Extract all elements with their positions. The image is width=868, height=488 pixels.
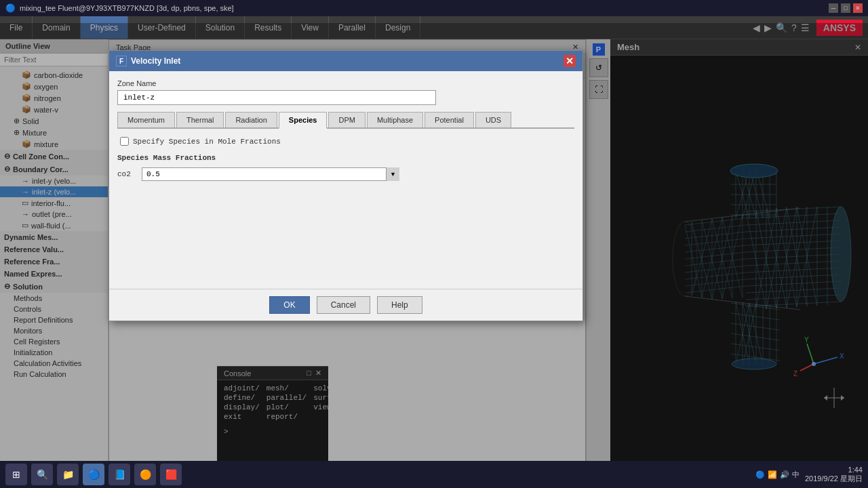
- dialog-title-left: F Velocity Inlet: [116, 56, 180, 66]
- tab-uds[interactable]: UDS: [475, 112, 511, 127]
- taskbar-app3[interactable]: 📘: [108, 464, 130, 485]
- help-button[interactable]: Help: [377, 296, 422, 314]
- species-co2-dropdown[interactable]: ▼: [386, 167, 399, 181]
- taskbar-lang: 中: [792, 470, 800, 480]
- time-display: 1:44: [805, 466, 863, 474]
- taskbar-start[interactable]: ⊞: [5, 464, 27, 485]
- mole-fractions-checkbox[interactable]: [120, 137, 129, 146]
- zone-name-label: Zone Name: [117, 79, 574, 87]
- taskbar-sys-icon3: 🔊: [780, 470, 789, 479]
- maximize-button[interactable]: □: [841, 3, 850, 13]
- dialog-title: Velocity Inlet: [131, 56, 180, 66]
- species-co2-input-wrapper: ▼: [142, 167, 399, 181]
- tab-multiphase[interactable]: Multiphase: [367, 112, 423, 127]
- zone-name-input[interactable]: [117, 90, 436, 105]
- title-bar-controls[interactable]: ─ □ ✕: [829, 3, 863, 13]
- velocity-inlet-dialog: F Velocity Inlet ✕ Zone Name Momentum Th…: [108, 50, 583, 321]
- taskbar: ⊞ 🔍 📁 🔵 📘 🟠 🟥 🔵 📶 🔊 中 1:44 2019/9/22 星期日: [0, 461, 868, 488]
- mole-fractions-checkbox-row: Specify Species in Mole Fractions: [117, 137, 574, 146]
- taskbar-left: ⊞ 🔍 📁 🔵 📘 🟠 🟥: [5, 464, 182, 485]
- tab-momentum[interactable]: Momentum: [117, 112, 175, 127]
- species-co2-row: co2 ▼: [117, 167, 574, 181]
- taskbar-right: 🔵 📶 🔊 中 1:44 2019/9/22 星期日: [755, 466, 863, 484]
- taskbar-sys-icon1: 🔵: [755, 470, 765, 479]
- dialog-icon: F: [116, 56, 127, 66]
- species-section-label: Species Mass Fractions: [117, 154, 574, 162]
- title-bar: 🔵 mixing_tee Fluent@9YJ93XTB977KNZD [3d,…: [0, 0, 868, 16]
- modal-overlay: F Velocity Inlet ✕ Zone Name Momentum Th…: [0, 23, 868, 461]
- date-display: 2019/9/22 星期日: [805, 474, 863, 484]
- tab-content-species: Specify Species in Mole Fractions Specie…: [117, 129, 574, 189]
- species-co2-input[interactable]: [142, 167, 399, 181]
- taskbar-file-explorer[interactable]: 📁: [57, 464, 79, 485]
- minimize-button[interactable]: ─: [829, 3, 838, 13]
- dialog-close-button[interactable]: ✕: [564, 55, 576, 67]
- taskbar-sys-icon2: 📶: [768, 470, 777, 479]
- species-co2-label: co2: [117, 170, 138, 178]
- tab-thermal[interactable]: Thermal: [176, 112, 224, 127]
- tab-potential[interactable]: Potential: [425, 112, 474, 127]
- taskbar-app5[interactable]: 🟥: [160, 464, 182, 485]
- dialog-tabs: Momentum Thermal Radiation Species DPM M…: [117, 112, 574, 129]
- taskbar-time: 1:44 2019/9/22 星期日: [805, 466, 863, 484]
- ok-button[interactable]: OK: [269, 296, 309, 314]
- taskbar-fluent[interactable]: 🔵: [83, 464, 104, 485]
- taskbar-icons: 🔵 📶 🔊 中: [755, 470, 800, 480]
- cancel-button[interactable]: Cancel: [317, 296, 370, 314]
- tab-radiation[interactable]: Radiation: [225, 112, 277, 127]
- dialog-titlebar: F Velocity Inlet ✕: [109, 51, 583, 71]
- tab-dpm[interactable]: DPM: [328, 112, 365, 127]
- taskbar-app4[interactable]: 🟠: [134, 464, 156, 485]
- window-title: mixing_tee Fluent@9YJ93XTB977KNZD [3d, d…: [20, 4, 234, 12]
- title-bar-left: 🔵 mixing_tee Fluent@9YJ93XTB977KNZD [3d,…: [5, 3, 234, 13]
- tab-species[interactable]: Species: [279, 112, 328, 129]
- dialog-footer: OK Cancel Help: [109, 289, 583, 321]
- close-button[interactable]: ✕: [853, 3, 863, 13]
- dialog-body: Zone Name Momentum Thermal Radiation Spe…: [109, 71, 583, 289]
- app-icon: 🔵: [5, 3, 16, 13]
- mole-fractions-label: Specify Species in Mole Fractions: [133, 138, 281, 146]
- taskbar-search[interactable]: 🔍: [31, 464, 53, 485]
